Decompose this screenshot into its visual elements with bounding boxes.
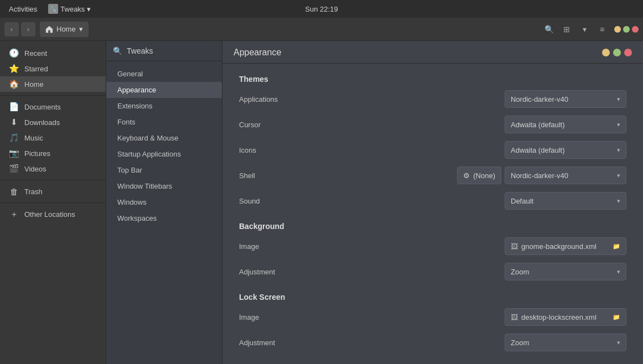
tweaks-nav: General Appearance Extensions Fonts Keyb… (106, 61, 222, 364)
sound-dropdown-value: Default (511, 197, 533, 205)
cursor-label: Cursor (239, 121, 505, 129)
bg-image-control: 🖼 gnome-background.xml 📁 (505, 237, 626, 255)
tweaks-nav-startup-apps[interactable]: Startup Applications (106, 146, 222, 162)
close-button[interactable] (624, 49, 632, 56)
background-section: Background Image 🖼 gnome-background.xml … (239, 222, 626, 282)
shell-none-button[interactable]: ⚙ (None) (457, 167, 501, 184)
lock-adjustment-row: Adjustment Zoom ▾ (239, 332, 626, 352)
sidebar-item-starred[interactable]: ⭐ Starred (0, 61, 106, 76)
tweaks-nav-workspaces[interactable]: Workspaces (106, 210, 222, 226)
icons-control: Adwaita (default) ▾ (505, 141, 626, 159)
sidebar-label-documents: Documents (24, 103, 61, 111)
lock-image-label: Image (239, 313, 505, 321)
background-title: Background (239, 222, 626, 231)
lock-image-field[interactable]: 🖼 desktop-lockscreen.xml 📁 (505, 308, 626, 326)
shell-dropdown[interactable]: Nordic-darker-v40 ▾ (505, 167, 626, 184)
tweaks-menu-label: Tweaks (60, 5, 85, 13)
window-dots (614, 26, 639, 33)
lock-image-value: desktop-lockscreen.xml (521, 313, 609, 321)
bg-image-value: gnome-background.xml (521, 242, 609, 251)
recent-icon: 🕐 (9, 48, 19, 58)
tweaks-nav-top-bar[interactable]: Top Bar (106, 162, 222, 178)
view-list-button[interactable]: ≡ (594, 22, 610, 37)
shell-dropdown-value: Nordic-darker-v40 (511, 171, 568, 180)
home-dropdown-arrow: ▾ (79, 25, 83, 33)
shell-none-icon: ⚙ (463, 171, 470, 180)
cursor-dropdown[interactable]: Adwaita (default) ▾ (505, 116, 626, 133)
tweaks-nav-keyboard-mouse[interactable]: Keyboard & Mouse (106, 130, 222, 146)
icons-dropdown-value: Adwaita (default) (511, 146, 565, 154)
activities-button[interactable]: Activities (7, 5, 39, 13)
music-icon: 🎵 (9, 133, 19, 143)
tweaks-menu-button[interactable]: 🔧 Tweaks ▾ (48, 4, 91, 14)
bg-image-file-icon: 🖼 (511, 242, 518, 251)
sidebar-label-trash: Trash (24, 188, 43, 196)
themes-shell-row: Shell ⚙ (None) Nordic-darker-v40 ▾ (239, 165, 626, 185)
minimize-button[interactable] (602, 49, 610, 56)
cursor-dropdown-arrow: ▾ (617, 121, 620, 128)
tweaks-nav-extensions[interactable]: Extensions (106, 98, 222, 114)
tweaks-nav-general[interactable]: General (106, 66, 222, 82)
sidebar-divider-3 (0, 202, 106, 203)
icons-dropdown[interactable]: Adwaita (default) ▾ (505, 141, 626, 159)
sidebar-label-videos: Videos (24, 165, 46, 173)
lock-image-open-button[interactable]: 📁 (613, 314, 620, 321)
content-body: Themes Applications Nordic-darker-v40 ▾ … (222, 64, 643, 364)
documents-icon: 📄 (9, 102, 19, 112)
maximize-button[interactable] (613, 49, 621, 56)
system-clock: Sun 22:19 (305, 5, 338, 13)
tweaks-nav-fonts[interactable]: Fonts (106, 114, 222, 130)
lock-image-file-icon: 🖼 (511, 313, 518, 321)
content-area: Appearance Themes Applications Nordic-da… (222, 41, 643, 364)
sidebar-left: 🕐 Recent ⭐ Starred 🏠 Home 📄 Documents ⬇ … (0, 41, 106, 364)
lock-image-control: 🖼 desktop-lockscreen.xml 📁 (505, 308, 626, 326)
tweaks-panel-title: Tweaks (127, 46, 153, 55)
dot-yellow (614, 26, 621, 33)
back-button[interactable]: ‹ (4, 22, 19, 37)
bg-image-open-button[interactable]: 📁 (613, 243, 620, 250)
sidebar-item-trash[interactable]: 🗑 Trash (0, 184, 106, 199)
videos-icon: 🎬 (9, 164, 19, 174)
forward-button[interactable]: › (21, 22, 35, 37)
view-grid-button[interactable]: ⊞ (559, 22, 574, 37)
background-adjustment-row: Adjustment Zoom ▾ (239, 262, 626, 282)
sidebar-item-videos[interactable]: 🎬 Videos (0, 161, 106, 176)
tweaks-panel: 🔍 Tweaks General Appearance Extensions F… (106, 41, 222, 364)
tweaks-nav-window-titlebars[interactable]: Window Titlebars (106, 178, 222, 194)
sidebar-item-recent[interactable]: 🕐 Recent (0, 45, 106, 61)
icons-label: Icons (239, 146, 505, 154)
lock-adjustment-dropdown[interactable]: Zoom ▾ (505, 334, 626, 351)
pictures-icon: 📷 (9, 148, 19, 158)
themes-icons-row: Icons Adwaita (default) ▾ (239, 140, 626, 160)
search-button[interactable]: 🔍 (541, 22, 557, 37)
home-icon (45, 25, 53, 33)
sidebar-item-downloads[interactable]: ⬇ Downloads (0, 115, 106, 130)
sound-dropdown[interactable]: Default ▾ (505, 192, 626, 210)
view-dropdown-button[interactable]: ▾ (577, 22, 592, 37)
background-image-row: Image 🖼 gnome-background.xml 📁 (239, 236, 626, 256)
content-title: Appearance (234, 48, 281, 58)
sidebar-item-documents[interactable]: 📄 Documents (0, 99, 106, 115)
shell-none-label: (None) (473, 171, 495, 180)
themes-title: Themes (239, 75, 626, 84)
home-label: Home (56, 25, 76, 33)
sidebar-item-other-locations[interactable]: ＋ Other Locations (0, 206, 106, 222)
bg-adjustment-value: Zoom (511, 268, 529, 276)
bg-image-field[interactable]: 🖼 gnome-background.xml 📁 (505, 237, 626, 255)
tweaks-header: 🔍 Tweaks (106, 41, 222, 61)
applications-dropdown[interactable]: Nordic-darker-v40 ▾ (505, 90, 626, 108)
sidebar-item-music[interactable]: 🎵 Music (0, 130, 106, 145)
tweaks-menu-arrow: ▾ (87, 5, 91, 13)
sidebar-label-recent: Recent (24, 49, 47, 58)
sidebar-item-home[interactable]: 🏠 Home (0, 76, 106, 92)
themes-cursor-row: Cursor Adwaita (default) ▾ (239, 115, 626, 134)
themes-applications-row: Applications Nordic-darker-v40 ▾ (239, 89, 626, 109)
tweaks-nav-windows[interactable]: Windows (106, 194, 222, 210)
shell-label: Shell (239, 171, 457, 180)
tweaks-nav-appearance[interactable]: Appearance (106, 82, 222, 98)
sidebar-item-pictures[interactable]: 📷 Pictures (0, 145, 106, 161)
sidebar-label-pictures: Pictures (24, 149, 50, 158)
bg-adjustment-dropdown[interactable]: Zoom ▾ (505, 263, 626, 280)
sidebar-label-starred: Starred (24, 65, 48, 73)
home-button[interactable]: Home ▾ (40, 22, 89, 37)
